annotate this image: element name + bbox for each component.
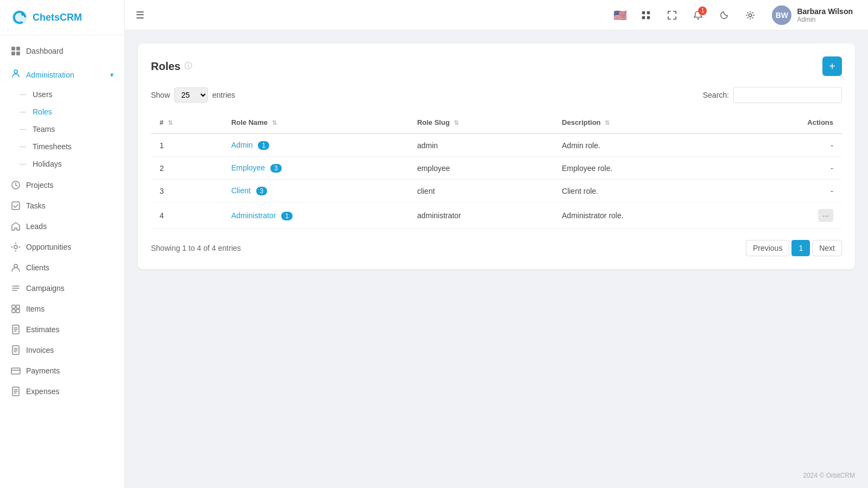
- payments-label: Payments: [26, 366, 60, 375]
- user-name: Barbara Wilson: [797, 7, 853, 16]
- content-area: Roles ⓘ + Show 25 10 50 100 entries: [125, 30, 868, 463]
- cell-actions: -: [740, 134, 842, 157]
- table-row: 1 Admin 1 admin Admin role. -: [151, 134, 842, 157]
- col-description[interactable]: Description ⇅: [553, 112, 740, 134]
- search-input[interactable]: [733, 87, 842, 103]
- sidebar: ChetsCRM Dashboard Administration ▾ User…: [0, 0, 125, 488]
- add-role-button[interactable]: +: [822, 56, 842, 76]
- holidays-label: Holidays: [33, 160, 62, 168]
- opportunities-icon: [11, 242, 21, 252]
- sidebar-item-timesheets[interactable]: Timesheets: [0, 138, 124, 155]
- projects-icon: [11, 180, 21, 190]
- leads-label: Leads: [26, 222, 47, 231]
- role-name-link[interactable]: Administrator: [231, 211, 276, 220]
- header-icons: 🇺🇸 1: [611, 7, 759, 24]
- logo-area[interactable]: ChetsCRM: [0, 0, 124, 35]
- notification-button[interactable]: 1: [689, 7, 707, 24]
- cell-description: Client role.: [553, 180, 740, 202]
- campaigns-icon: [11, 283, 21, 293]
- col-role-name[interactable]: Role Name ⇅: [223, 112, 409, 134]
- cell-num: 4: [151, 202, 223, 229]
- tasks-icon: [11, 201, 21, 211]
- show-entries-area: Show 25 10 50 100 entries: [151, 87, 235, 103]
- darkmode-button[interactable]: [715, 7, 733, 24]
- expenses-label: Expenses: [26, 387, 59, 396]
- col-role-slug[interactable]: Role Slug ⇅: [408, 112, 553, 134]
- role-name-link[interactable]: Client: [231, 186, 251, 195]
- items-label: Items: [26, 305, 45, 313]
- sidebar-item-tasks[interactable]: Tasks: [0, 195, 124, 216]
- table-row: 4 Administrator 1 administrator Administ…: [151, 202, 842, 229]
- cell-description: Admin role.: [553, 134, 740, 157]
- main-area: ☰ 🇺🇸 1 BW Ba: [125, 0, 868, 488]
- cell-role-slug: client: [408, 180, 553, 202]
- fullscreen-button[interactable]: [663, 7, 681, 24]
- cell-num: 1: [151, 134, 223, 157]
- sidebar-item-leads[interactable]: Leads: [0, 216, 124, 237]
- chevron-down-icon: ▾: [110, 71, 113, 79]
- svg-rect-4: [11, 52, 15, 55]
- flag-button[interactable]: 🇺🇸: [611, 7, 629, 24]
- no-actions: -: [831, 187, 833, 195]
- search-label: Search:: [703, 91, 729, 99]
- sort-icon-num: ⇅: [168, 119, 173, 126]
- sidebar-item-opportunities[interactable]: Opportunities: [0, 237, 124, 257]
- dashboard-label: Dashboard: [26, 47, 64, 55]
- sidebar-item-holidays[interactable]: Holidays: [0, 155, 124, 173]
- svg-rect-3: [16, 47, 20, 50]
- next-button[interactable]: Next: [812, 240, 842, 256]
- sidebar-item-roles[interactable]: Roles: [0, 103, 124, 121]
- sidebar-item-campaigns[interactable]: Campaigns: [0, 278, 124, 299]
- sidebar-item-teams[interactable]: Teams: [0, 121, 124, 138]
- col-num-label: #: [160, 118, 163, 126]
- sidebar-item-expenses[interactable]: Expenses: [0, 381, 124, 402]
- sidebar-item-estimates[interactable]: Estimates: [0, 319, 124, 340]
- invoices-icon: [11, 345, 21, 355]
- sort-icon-description: ⇅: [605, 119, 610, 126]
- sidebar-item-payments[interactable]: Payments: [0, 360, 124, 381]
- payments-icon: [11, 366, 21, 376]
- admin-nav-group: Administration ▾ Users Roles Teams Times…: [0, 61, 124, 175]
- svg-rect-14: [16, 309, 20, 313]
- sidebar-item-invoices[interactable]: Invoices: [0, 340, 124, 360]
- page-title-area: Roles ⓘ: [151, 60, 192, 73]
- teams-label: Teams: [33, 125, 55, 134]
- sidebar-item-items[interactable]: Items: [0, 299, 124, 319]
- role-name-link[interactable]: Employee: [231, 163, 265, 172]
- footer: 2024 © OrbitCRM: [125, 463, 868, 488]
- svg-point-23: [749, 14, 752, 16]
- entries-select[interactable]: 25 10 50 100: [174, 87, 208, 103]
- page-header: Roles ⓘ +: [151, 56, 842, 76]
- col-num[interactable]: # ⇅: [151, 112, 223, 134]
- cell-num: 2: [151, 157, 223, 180]
- cell-actions: ···: [740, 202, 842, 229]
- svg-rect-11: [12, 305, 15, 308]
- sidebar-item-users[interactable]: Users: [0, 86, 124, 103]
- role-name-link[interactable]: Admin: [231, 141, 253, 149]
- sidebar-item-clients[interactable]: Clients: [0, 257, 124, 278]
- role-badge: 3: [270, 164, 282, 173]
- sidebar-item-dashboard[interactable]: Dashboard: [0, 41, 124, 61]
- table-row: 3 Client 3 client Client role. -: [151, 180, 842, 202]
- actions-button[interactable]: ···: [818, 209, 833, 222]
- settings-button[interactable]: [742, 7, 759, 24]
- entries-label: entries: [212, 91, 235, 99]
- info-icon[interactable]: ⓘ: [185, 61, 192, 71]
- sidebar-item-projects[interactable]: Projects: [0, 175, 124, 195]
- cell-role-slug: employee: [408, 157, 553, 180]
- grid-button[interactable]: [637, 7, 655, 24]
- roles-label: Roles: [33, 107, 52, 116]
- hamburger-button[interactable]: ☰: [136, 9, 144, 21]
- sort-icon-role-slug: ⇅: [454, 119, 459, 126]
- previous-button[interactable]: Previous: [746, 240, 789, 256]
- sidebar-item-administration[interactable]: Administration ▾: [0, 64, 124, 86]
- svg-rect-13: [12, 309, 15, 313]
- cell-role-slug: administrator: [408, 202, 553, 229]
- page-1-button[interactable]: 1: [791, 240, 810, 256]
- table-body: 1 Admin 1 admin Admin role. - 2 Employee…: [151, 134, 842, 229]
- svg-point-10: [14, 264, 17, 268]
- svg-rect-2: [11, 47, 15, 50]
- user-area[interactable]: BW Barbara Wilson Admin: [768, 3, 857, 27]
- svg-rect-20: [647, 11, 650, 14]
- dashboard-icon: [11, 46, 21, 56]
